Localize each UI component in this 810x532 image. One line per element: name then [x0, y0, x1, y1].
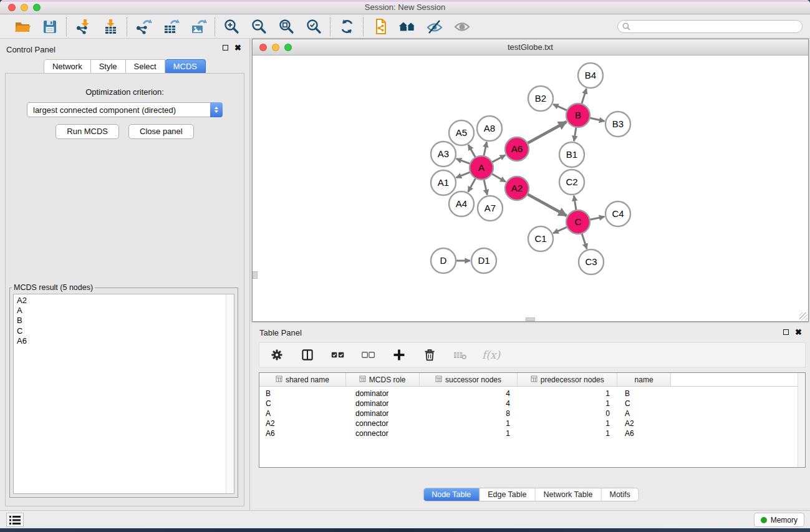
- split-panel-icon[interactable]: [299, 346, 316, 364]
- table-cell[interactable]: connector: [346, 419, 420, 428]
- select-all-icon[interactable]: [329, 346, 347, 364]
- table-cell[interactable]: B: [618, 389, 671, 398]
- minimize-window-button[interactable]: [21, 4, 28, 11]
- column-header-name[interactable]: name: [617, 373, 670, 386]
- zoom-selected-icon[interactable]: [305, 18, 322, 36]
- graph-node-A4[interactable]: A4: [449, 191, 474, 216]
- close-network-window-button[interactable]: [259, 44, 267, 51]
- graph-node-B2[interactable]: B2: [528, 86, 553, 111]
- table-cell[interactable]: C: [259, 399, 346, 408]
- float-table-panel-icon[interactable]: [783, 329, 789, 335]
- table-cell[interactable]: A: [259, 409, 346, 418]
- table-cell[interactable]: dominator: [346, 389, 420, 398]
- document-share-icon[interactable]: [371, 18, 388, 36]
- table-cell[interactable]: A2: [259, 419, 346, 428]
- graph-node-B4[interactable]: B4: [578, 63, 603, 88]
- table-cell[interactable]: B: [259, 389, 346, 398]
- mcds-result-item[interactable]: A6: [17, 336, 234, 346]
- column-header-successor-nodes[interactable]: successor nodes: [420, 373, 518, 386]
- table-cell[interactable]: connector: [346, 429, 420, 438]
- graph-node-D1[interactable]: D1: [471, 248, 496, 273]
- zoom-fit-icon[interactable]: [277, 18, 295, 36]
- vertical-scrollbar-thumb[interactable]: [253, 271, 258, 279]
- tab-select[interactable]: Select: [126, 59, 165, 74]
- save-floppy-icon[interactable]: [41, 18, 59, 36]
- zoom-network-window-button[interactable]: [284, 44, 292, 51]
- zoom-window-button[interactable]: [33, 4, 41, 11]
- tab-node-table[interactable]: Node Table: [423, 488, 479, 501]
- graph-node-A2[interactable]: A2: [505, 177, 529, 200]
- export-image-icon[interactable]: [190, 18, 207, 36]
- graph-node-A7[interactable]: A7: [478, 196, 503, 221]
- graph-node-B1[interactable]: B1: [559, 142, 584, 167]
- table-cell[interactable]: A6: [259, 429, 346, 438]
- settings-gear-icon[interactable]: [268, 346, 286, 364]
- network-canvas[interactable]: B4B2BB3A8A5A6A3B1AC2A1A2A4A7C4CC1DD1C3: [253, 56, 808, 321]
- table-cell[interactable]: 1: [518, 399, 618, 408]
- table-cell[interactable]: A: [618, 409, 671, 418]
- add-column-icon[interactable]: [390, 346, 408, 364]
- run-mcds-button[interactable]: Run MCDS: [55, 124, 119, 139]
- graph-node-A5[interactable]: A5: [449, 120, 474, 145]
- table-row[interactable]: A2connector11A2: [259, 418, 805, 428]
- float-panel-icon[interactable]: [223, 45, 228, 51]
- homes-icon[interactable]: [398, 18, 416, 36]
- graph-node-A1[interactable]: A1: [431, 170, 456, 195]
- mcds-result-listbox[interactable]: A2ABCA6: [13, 294, 234, 494]
- list-scrollbar[interactable]: [226, 294, 234, 493]
- table-scrollbar[interactable]: [798, 373, 805, 467]
- graph-node-C[interactable]: C: [566, 210, 590, 234]
- mcds-result-item[interactable]: C: [17, 326, 234, 336]
- table-cell[interactable]: dominator: [346, 399, 420, 408]
- search-input[interactable]: [634, 22, 798, 31]
- minimize-network-window-button[interactable]: [272, 44, 279, 51]
- table-row[interactable]: Cdominator41C: [259, 399, 805, 409]
- task-history-button[interactable]: [6, 513, 24, 527]
- tab-style[interactable]: Style: [91, 59, 126, 74]
- close-window-button[interactable]: [8, 4, 16, 11]
- zoom-out-icon[interactable]: [250, 18, 268, 36]
- export-table-icon[interactable]: [162, 18, 180, 36]
- column-header-shared-name[interactable]: shared name: [259, 373, 346, 386]
- table-row[interactable]: A6connector11A6: [259, 428, 805, 438]
- refresh-icon[interactable]: [338, 18, 355, 36]
- mcds-result-item[interactable]: B: [17, 316, 234, 326]
- mcds-result-item[interactable]: A: [17, 306, 234, 316]
- table-cell[interactable]: 1: [518, 389, 618, 398]
- table-cell[interactable]: C: [618, 399, 671, 408]
- tab-motifs[interactable]: Motifs: [600, 488, 638, 501]
- graph-node-A8[interactable]: A8: [477, 116, 502, 141]
- delete-column-icon[interactable]: [421, 346, 438, 364]
- tab-mcds[interactable]: MCDS: [165, 59, 206, 74]
- graph-node-A3[interactable]: A3: [431, 142, 456, 167]
- graph-node-B[interactable]: B: [566, 104, 590, 127]
- memory-button[interactable]: Memory: [754, 513, 804, 527]
- graph-node-B3[interactable]: B3: [605, 112, 630, 137]
- table-cell[interactable]: A6: [618, 429, 671, 438]
- table-cell[interactable]: 4: [420, 399, 518, 408]
- import-table-icon[interactable]: [102, 18, 119, 36]
- eye-icon[interactable]: [453, 18, 471, 36]
- deselect-all-icon[interactable]: [360, 346, 377, 364]
- close-panel-icon[interactable]: ✖: [234, 44, 241, 51]
- table-cell[interactable]: 0: [518, 409, 618, 418]
- mcds-result-item[interactable]: A2: [17, 296, 234, 306]
- column-header-MCDS-role[interactable]: MCDS role: [346, 373, 420, 386]
- export-network-icon[interactable]: [135, 18, 152, 36]
- tab-network[interactable]: Network: [44, 59, 91, 74]
- tab-network-table[interactable]: Network Table: [535, 488, 601, 501]
- table-cell[interactable]: 4: [420, 389, 518, 398]
- table-cell[interactable]: A2: [618, 419, 671, 428]
- table-cell[interactable]: 1: [420, 429, 518, 438]
- table-cell[interactable]: dominator: [346, 409, 420, 418]
- function-builder-icon[interactable]: f(x): [482, 349, 500, 361]
- close-table-panel-icon[interactable]: ✖: [795, 329, 802, 336]
- graph-node-A[interactable]: A: [470, 156, 493, 180]
- graph-node-D[interactable]: D: [431, 248, 456, 273]
- graph-node-C4[interactable]: C4: [605, 201, 630, 226]
- delete-table-icon[interactable]: [451, 346, 469, 364]
- table-row[interactable]: Adominator80A: [259, 409, 805, 418]
- graph-node-C3[interactable]: C3: [579, 249, 604, 274]
- graph-node-C1[interactable]: C1: [528, 226, 553, 251]
- import-network-icon[interactable]: [74, 18, 92, 36]
